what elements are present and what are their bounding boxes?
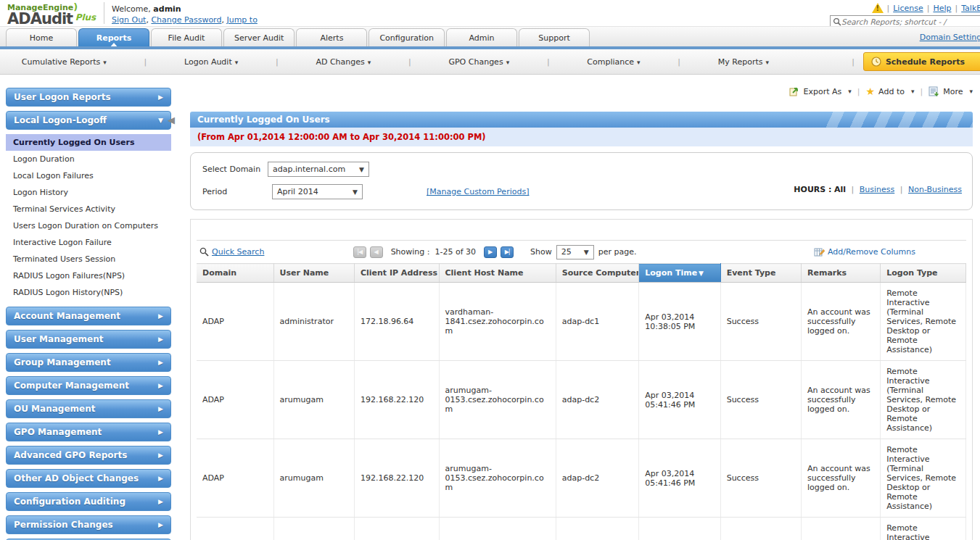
sidebar-group-group-management[interactable]: Group Management▶ — [6, 353, 171, 372]
search-input[interactable] — [841, 17, 980, 26]
product-name: ADAudit — [7, 10, 73, 28]
talkback-link[interactable]: TalkBack — [961, 4, 980, 13]
hours-non-business-link[interactable]: Non-Business — [908, 185, 962, 194]
jump-to-link[interactable]: Jump to — [226, 15, 257, 25]
next-page-button[interactable]: ▶ — [484, 246, 497, 258]
clock-icon — [871, 57, 881, 67]
hours-all-option[interactable]: All — [834, 185, 846, 194]
export-as-button[interactable]: Export As ▾ — [789, 86, 852, 96]
subnav-cumulative-reports[interactable]: Cumulative Reports▾ — [16, 54, 112, 70]
tab-reports[interactable]: Reports — [78, 28, 149, 47]
warning-icon[interactable] — [872, 3, 884, 13]
sidebar-group-permission-changes[interactable]: Permission Changes▶ — [6, 515, 171, 534]
subnav-gpo-changes[interactable]: GPO Changes▾ — [442, 54, 515, 70]
sidebar-group-items: Currently Logged On UsersLogon DurationL… — [6, 134, 171, 301]
table-cell: An account was successfully logged on. — [802, 518, 881, 540]
sidebar-group-ou-management[interactable]: OU Management▶ — [6, 399, 171, 418]
subnav-right: | Schedule Reports — [852, 52, 980, 71]
sidebar-group-other-ad-object-changes[interactable]: Other AD Object Changes▶ — [6, 469, 171, 488]
tab-admin[interactable]: Admin — [446, 28, 517, 47]
main-panel: Export As ▾ | ★ Add to ▾ | More ▾ — [190, 81, 973, 540]
sidebar-group-user-logon-reports[interactable]: User Logon Reports▶ — [6, 88, 171, 107]
change-password-link[interactable]: Change Password — [151, 15, 221, 25]
sidebar-item-currently-logged-on-users[interactable]: Currently Logged On Users — [6, 134, 171, 151]
subnav-logon-audit[interactable]: Logon Audit▾ — [178, 54, 244, 70]
schedule-reports-button[interactable]: Schedule Reports — [863, 52, 980, 71]
select-domain-label: Select Domain — [202, 165, 268, 174]
last-page-button[interactable]: ▶| — [501, 246, 514, 258]
separator: | — [547, 57, 550, 67]
page-size-select[interactable]: 25 ▼ — [556, 245, 594, 259]
tab-file-audit[interactable]: File Audit — [151, 28, 222, 47]
column-header-source-computer[interactable]: Source Computer — [556, 264, 639, 283]
table-cell: Apr 03,2014 05:41:46 PM — [639, 439, 720, 518]
sidebar-group-user-management[interactable]: User Management▶ — [6, 330, 171, 349]
prev-page-button[interactable]: ◀ — [370, 246, 383, 258]
sidebar-item-local-logon-failures[interactable]: Local Logon Failures — [6, 167, 171, 184]
dropdown-arrow-icon: ▾ — [103, 59, 107, 66]
subnav-ad-changes[interactable]: AD Changes▾ — [310, 54, 376, 70]
add-remove-columns-button[interactable]: Add/Remove Columns — [814, 247, 915, 257]
sidebar-group-local-logon-logoff[interactable]: Local Logon-Logoff▼ — [6, 111, 171, 130]
report-title: Currently Logged On Users — [197, 115, 330, 125]
table-cell: 172.18.96.64 — [354, 283, 439, 361]
column-header-client-host-name[interactable]: Client Host Name — [439, 264, 556, 283]
sidebar-item-logon-history[interactable]: Logon History — [6, 184, 171, 201]
sidebar-item-interactive-logon-failure[interactable]: Interactive Logon Failure — [6, 234, 171, 251]
sidebar-group-configuration-auditing[interactable]: Configuration Auditing▶ — [6, 492, 171, 511]
hours-filter: HOURS : All | Business | Non-Business — [794, 185, 962, 194]
sidebar-item-logon-duration[interactable]: Logon Duration — [6, 151, 171, 167]
sign-out-link[interactable]: Sign Out — [112, 15, 146, 25]
table-cell: adap-dc2 — [556, 361, 639, 439]
domain-settings-link[interactable]: Domain Settings — [920, 33, 980, 42]
add-to-button[interactable]: ★ Add to ▾ — [866, 86, 915, 96]
domain-select[interactable]: adap.internal.com ▼ — [268, 162, 369, 177]
sidebar-item-terminal-services-activity[interactable]: Terminal Services Activity — [6, 201, 171, 217]
sidebar-group-account-management[interactable]: Account Management▶ — [6, 307, 171, 325]
tab-server-audit[interactable]: Server Audit — [223, 28, 295, 47]
column-header-domain[interactable]: Domain — [197, 264, 273, 283]
quick-search[interactable]: Quick Search — [199, 247, 264, 257]
manage-custom-periods-link[interactable]: [Manage Custom Periods] — [427, 187, 529, 196]
table-cell: Remote Interactive (Terminal Services, R… — [881, 518, 966, 540]
period-select[interactable]: April 2014 ▼ — [272, 184, 363, 199]
subnav-compliance[interactable]: Compliance▾ — [581, 54, 646, 70]
column-header-logon-type[interactable]: Logon Type — [881, 264, 966, 283]
dropdown-arrow-icon: ▾ — [235, 59, 239, 66]
column-header-logon-time[interactable]: Logon Time▼ — [639, 264, 720, 283]
column-header-client-ip-address[interactable]: Client IP Address — [354, 264, 439, 283]
tab-configuration[interactable]: Configuration — [368, 28, 445, 47]
license-link[interactable]: License — [893, 4, 923, 13]
pagination: |◀ ◀ Showing : 1-25 of 30 ▶ ▶| Show 25 ▼… — [353, 245, 637, 259]
separator: | — [852, 57, 855, 67]
tab-alerts[interactable]: Alerts — [296, 28, 367, 47]
separator: | — [900, 185, 903, 194]
sidebar-item-terminated-users-session[interactable]: Terminated Users Session — [6, 251, 171, 267]
per-page-label: per page. — [598, 247, 637, 257]
first-page-button[interactable]: |◀ — [353, 246, 366, 258]
sidebar-group-advanced-gpo-reports[interactable]: Advanced GPO Reports▶ — [6, 446, 171, 465]
dropdown-arrow-icon: ▼ — [584, 249, 589, 256]
sidebar-item-radius-logon-failures-nps[interactable]: RADIUS Logon Failures(NPS) — [6, 267, 171, 284]
column-header-user-name[interactable]: User Name — [273, 264, 354, 283]
sidebar-collapse-icon[interactable]: ◀ — [168, 115, 175, 125]
sidebar-item-radius-logon-history-nps[interactable]: RADIUS Logon History(NPS) — [6, 284, 171, 301]
table-cell: Remote Interactive (Terminal Services, R… — [881, 439, 966, 518]
tab-home[interactable]: Home — [6, 28, 77, 47]
sidebar-group-gpo-management[interactable]: GPO Management▶ — [6, 423, 171, 441]
sidebar-group-computer-management[interactable]: Computer Management▶ — [6, 376, 171, 395]
hours-business-link[interactable]: Business — [860, 185, 895, 194]
column-header-event-type[interactable]: Event Type — [720, 264, 801, 283]
more-button[interactable]: More ▾ — [928, 86, 973, 96]
help-link[interactable]: Help — [933, 4, 951, 13]
tab-support[interactable]: Support — [519, 28, 590, 47]
quick-search-link[interactable]: Quick Search — [212, 247, 264, 257]
period-label: Period — [202, 187, 268, 196]
column-header-remarks[interactable]: Remarks — [802, 264, 881, 283]
table-cell: adap-dc2 — [556, 439, 639, 518]
subnav-my-reports[interactable]: My Reports▾ — [712, 54, 775, 70]
sidebar-item-users-logon-duration-on-computers[interactable]: Users Logon Duration on Computers — [6, 217, 171, 234]
dropdown-arrow-icon: ▾ — [765, 59, 769, 66]
page-size-group: Show 25 ▼ per page. — [530, 245, 636, 259]
table-cell: administrator — [273, 518, 354, 540]
